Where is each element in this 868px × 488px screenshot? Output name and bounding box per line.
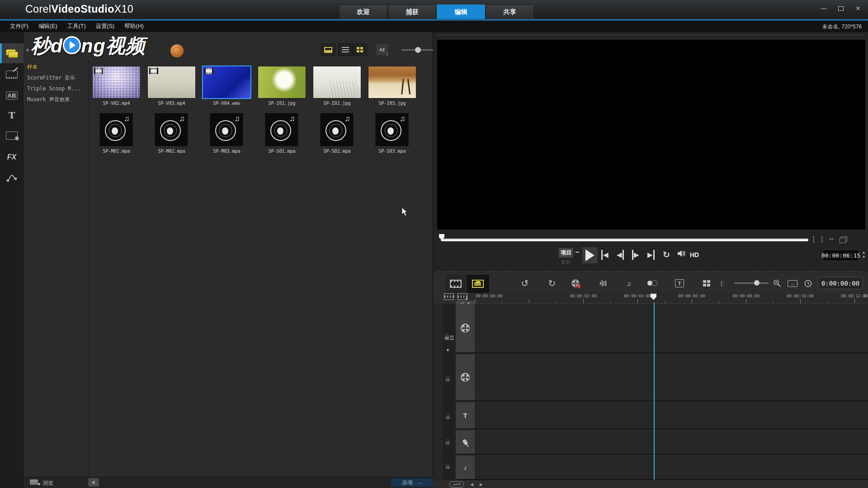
chapter-marker-button[interactable]: (: (718, 277, 727, 290)
voice-track-header[interactable] (456, 430, 475, 455)
media-item[interactable]: SP-V02.mp4 (93, 66, 140, 106)
add-track-icon[interactable] (458, 293, 467, 300)
photo-thumbnail[interactable] (313, 66, 361, 98)
video-track-lane[interactable] (456, 304, 868, 353)
title-track-lane[interactable] (456, 402, 868, 429)
multi-grid-button[interactable] (700, 277, 713, 290)
scroll-right-button[interactable]: ▶ (480, 482, 483, 487)
rail-overlay-button[interactable] (0, 126, 24, 145)
audio-thumbnail[interactable]: ♫ (265, 113, 298, 146)
restore-button[interactable] (837, 5, 844, 11)
thumbnail-zoom-slider[interactable] (401, 49, 437, 51)
go-to-start-button[interactable]: ◀ (601, 250, 609, 260)
media-item[interactable]: SP-V04.wmv (203, 66, 250, 106)
collapse-tracks-button[interactable]: ▼ (446, 348, 450, 352)
next-frame-button[interactable]: ▶ (632, 250, 639, 260)
voice-track-lane[interactable] (456, 430, 868, 455)
slider-thumb[interactable] (754, 280, 760, 286)
video-thumbnail-selected[interactable] (203, 66, 250, 98)
menu-help[interactable]: 帮助(H) (124, 23, 143, 30)
scrubber-track[interactable] (441, 239, 808, 241)
category-triple-scoop[interactable]: Triple Scoop M... (24, 84, 92, 94)
rail-filter-button[interactable]: FX (0, 147, 24, 167)
options-button[interactable]: 选项 ︿ (391, 478, 434, 487)
media-item[interactable]: ♫ SP-S03.mpa (368, 113, 416, 154)
title-track-header[interactable]: T (456, 402, 475, 429)
video-track-header[interactable] (456, 304, 475, 353)
menu-tools[interactable]: 工具(T) (67, 23, 86, 30)
overlay-track-header[interactable] (456, 354, 475, 401)
menu-settings[interactable]: 设置(S) (96, 23, 115, 30)
connect-clips-button[interactable] (449, 481, 464, 488)
music-track-header[interactable]: ♪ (456, 455, 475, 480)
motion-tracking-button[interactable] (646, 277, 659, 290)
timeline-zoom-slider[interactable] (734, 282, 769, 284)
panel-splitter-handle[interactable] (437, 34, 865, 35)
split-clip-button[interactable]: ✂ (829, 235, 835, 243)
media-item[interactable]: ♫ SP-S01.mpa (258, 113, 306, 154)
ripple-edit-master-toggle[interactable] (445, 333, 454, 342)
scrubber-bar[interactable] (441, 238, 808, 242)
audio-thumbnail[interactable]: ♫ (321, 113, 353, 146)
ripple-edit-toggle[interactable] (446, 413, 450, 421)
tab-welcome[interactable]: 欢迎 (339, 5, 387, 19)
grid-view-button[interactable] (353, 43, 367, 56)
zoom-in-button[interactable] (771, 277, 783, 290)
mode-clip-label[interactable]: 素材 (559, 259, 571, 265)
mark-out-button[interactable]: ] (821, 235, 823, 243)
media-item[interactable]: ♫ SP-S02.mpa (313, 113, 361, 154)
duration-button[interactable] (802, 277, 814, 290)
repeat-button[interactable]: ↻ (663, 250, 670, 260)
media-item[interactable]: SP-I03.jpg (368, 66, 416, 106)
audio-thumbnail[interactable]: ♫ (210, 113, 243, 146)
browse-button[interactable]: 浏览 (42, 479, 53, 487)
ripple-edit-toggle[interactable] (446, 375, 450, 383)
rail-title-button[interactable]: T (0, 105, 24, 125)
large-view-button[interactable] (321, 43, 335, 56)
subtitle-editor-button[interactable]: T (673, 277, 686, 290)
volume-button[interactable] (677, 250, 686, 260)
rail-media-button[interactable] (0, 43, 24, 63)
minimize-button[interactable]: — (820, 5, 827, 11)
media-item[interactable]: ♫ SP-M02.mpa (148, 113, 195, 154)
close-button[interactable]: × (854, 5, 862, 11)
auto-music-button[interactable]: ♫ (622, 277, 636, 290)
timeline-view-button[interactable] (467, 275, 489, 293)
rail-instant-project-button[interactable] (0, 65, 24, 84)
category-muserk[interactable]: Muserk 声音效果 (24, 94, 92, 104)
sort-button[interactable]: AZ (376, 44, 388, 55)
play-button[interactable] (582, 247, 598, 263)
video-thumbnail[interactable] (148, 66, 195, 98)
fit-project-button[interactable]: ↔ (787, 277, 798, 290)
audio-thumbnail[interactable]: ♫ (100, 113, 132, 146)
media-item[interactable]: SP-I02.jpg (313, 66, 361, 106)
rail-motion-path-button[interactable] (0, 168, 24, 188)
media-item[interactable]: ♫ SP-M01.mpa (93, 113, 140, 154)
category-scorefitter[interactable]: ScoreFitter 音乐 (24, 73, 92, 83)
tab-capture[interactable]: 捕获 (388, 5, 436, 19)
ripple-edit-toggle[interactable] (446, 463, 450, 471)
storyboard-view-button[interactable] (446, 275, 466, 293)
go-to-end-button[interactable]: ▶ (647, 250, 655, 260)
menu-file[interactable]: 文件(F) (10, 23, 28, 30)
tab-share[interactable]: 共享 (486, 5, 534, 19)
record-capture-button[interactable] (569, 277, 582, 290)
rail-transition-button[interactable]: AB (0, 85, 24, 105)
video-thumbnail[interactable] (93, 66, 140, 98)
redo-button[interactable]: ↻ (545, 277, 559, 290)
mark-in-button[interactable]: [ (813, 235, 815, 243)
audio-thumbnail[interactable]: ♫ (155, 113, 188, 146)
enlarge-preview-button[interactable] (841, 236, 847, 242)
photo-thumbnail[interactable] (258, 66, 306, 98)
list-view-button[interactable] (338, 43, 353, 56)
sound-mixer-button[interactable] (597, 277, 610, 290)
playback-mode-switch[interactable]: 项目 – 素材 (559, 248, 580, 266)
mode-project-label[interactable]: 项目 (559, 248, 573, 258)
slider-thumb[interactable] (415, 47, 421, 53)
add-folder-icon[interactable]: + (25, 46, 30, 55)
panel-splitter-handle[interactable] (437, 271, 865, 272)
scroll-left-button[interactable]: ◀ (470, 482, 473, 487)
category-samples[interactable]: 样本 (24, 62, 92, 72)
hd-toggle-button[interactable]: HD (690, 250, 699, 260)
overlay-track-lane[interactable] (456, 354, 868, 401)
